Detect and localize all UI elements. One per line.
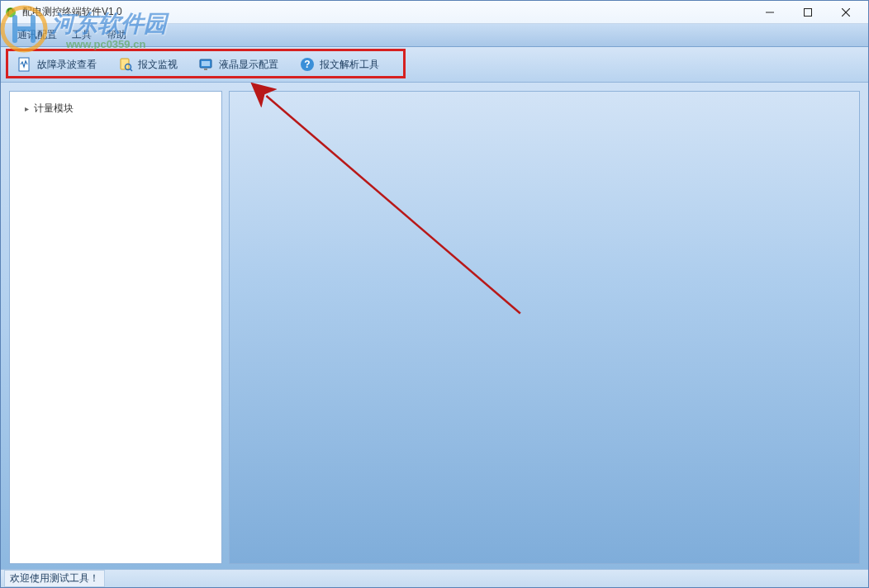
window-controls <box>751 1 865 24</box>
window-title: 配电测控终端软件V1.0 <box>22 5 122 19</box>
menubar: 通讯配置 工具 帮助 <box>1 24 868 47</box>
content-area: ▸ 计量模块 <box>1 83 868 569</box>
wave-doc-icon <box>17 57 32 72</box>
menu-comm-config[interactable]: 通讯配置 <box>17 28 57 42</box>
message-parse-tool-button[interactable]: ? 报文解析工具 <box>290 52 389 77</box>
menu-tools[interactable]: 工具 <box>72 28 92 42</box>
toolbar-button-label: 故障录波查看 <box>37 58 97 72</box>
svg-rect-2 <box>805 8 812 16</box>
status-text: 欢迎使用测试工具！ <box>4 570 105 587</box>
help-doc-icon: ? <box>300 57 315 72</box>
lcd-config-button[interactable]: 液晶显示配置 <box>189 52 288 77</box>
svg-line-8 <box>131 69 133 72</box>
toolbar-button-label: 报文解析工具 <box>320 58 379 72</box>
monitor-icon <box>199 57 214 72</box>
message-monitor-button[interactable]: 报文监视 <box>108 52 188 77</box>
svg-rect-5 <box>19 58 29 71</box>
find-doc-icon <box>118 57 133 72</box>
svg-rect-11 <box>204 69 207 70</box>
fault-wave-view-button[interactable]: 故障录波查看 <box>7 52 107 77</box>
maximize-button[interactable] <box>789 1 827 24</box>
close-button[interactable] <box>827 1 865 24</box>
main-panel <box>229 91 860 564</box>
chevron-right-icon: ▸ <box>25 104 29 113</box>
toolbar: 故障录波查看 报文监视 液晶显示配置 ? 报文解析工具 <box>1 47 868 83</box>
toolbar-button-label: 报文监视 <box>138 58 178 72</box>
titlebar: 配电测控终端软件V1.0 <box>1 1 868 24</box>
tree-item-label: 计量模块 <box>34 102 74 116</box>
tree-root-item[interactable]: ▸ 计量模块 <box>18 98 213 119</box>
statusbar: 欢迎使用测试工具！ <box>1 569 868 587</box>
tree-panel: ▸ 计量模块 <box>9 91 222 564</box>
app-window: 配电测控终端软件V1.0 通讯配置 工具 帮助 故障录波查看 <box>0 0 869 588</box>
menu-help[interactable]: 帮助 <box>107 28 126 42</box>
app-icon <box>4 6 17 19</box>
svg-rect-10 <box>202 61 210 66</box>
toolbar-button-label: 液晶显示配置 <box>219 58 278 72</box>
svg-text:?: ? <box>304 59 310 70</box>
minimize-button[interactable] <box>751 1 789 24</box>
